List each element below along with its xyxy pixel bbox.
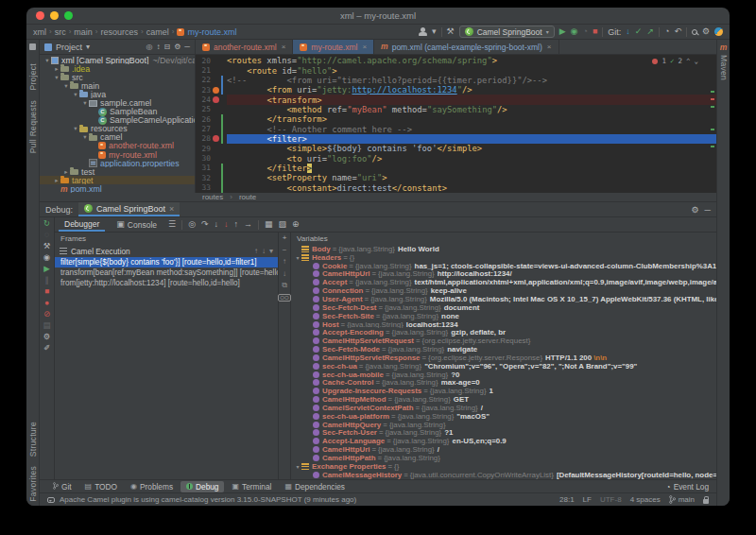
line-ending[interactable]: LF	[583, 495, 592, 504]
debug-settings-gear-icon[interactable]: ⚙	[692, 205, 699, 215]
breakpoint-icon[interactable]	[213, 96, 219, 103]
tree-row[interactable]: ▾sample.camel	[40, 98, 195, 107]
run-configuration-select[interactable]: Camel SpringBoot ▾	[459, 26, 555, 38]
move-watch-up-icon[interactable]: ↑	[283, 257, 286, 266]
tree-arrow-icon[interactable]: ▾	[72, 125, 79, 132]
tree-arrow-icon[interactable]: ▾	[81, 99, 89, 107]
wrench-icon[interactable]: ⚒	[43, 242, 51, 250]
variable-row[interactable]: CamelHttpServletRequest={org.eclipse.jet…	[294, 337, 716, 345]
breadcrumb-item[interactable]: resources	[101, 27, 139, 37]
variable-row[interactable]: Accept={java.lang.String}text/html,appli…	[294, 278, 716, 286]
git-commit-icon[interactable]: ✓	[635, 27, 643, 36]
layout-options-icon[interactable]: ☰	[168, 220, 176, 229]
tree-row[interactable]: ▸target	[40, 176, 195, 184]
thread-selector[interactable]: Camel Execution ↑ ↓ ▾	[55, 245, 278, 257]
editor-tab[interactable]: another-route.xml×	[196, 40, 293, 54]
tree-arrow-icon[interactable]: ▾	[81, 133, 89, 141]
tool-window-button-problems[interactable]: ◉Problems	[125, 481, 179, 492]
tree-row[interactable]: my-route.xml	[40, 150, 195, 159]
thread-dump-icon[interactable]: ▤	[43, 321, 50, 330]
editor-line[interactable]: 31 </filter>	[196, 164, 716, 173]
settings-gear-icon[interactable]: ⚙	[702, 27, 710, 36]
event-log-button[interactable]: ◔Event Log	[666, 482, 709, 492]
editor-line[interactable]: 23 <from uri="jetty:http://localhost:123…	[196, 85, 716, 95]
variable-row[interactable]: Sec-Fetch-Dest={java.lang.String}documen…	[294, 303, 716, 312]
inspection-widget[interactable]: 1 ✓ 2 ⌃ ⌄	[649, 57, 701, 65]
variable-row[interactable]: Host={java.lang.String}localhost:1234	[294, 320, 716, 329]
debugger-settings-icon[interactable]: ⚙	[43, 333, 51, 341]
profiler-button[interactable]: ◔	[582, 27, 587, 36]
view-breakpoints-icon[interactable]: ●	[44, 299, 49, 307]
build-hammer-icon[interactable]: ⚒	[447, 27, 455, 36]
tab-console[interactable]: ▣Console	[111, 217, 163, 232]
editor-line[interactable]: 32 <setProperty name="uri">	[196, 173, 716, 182]
frame-up-icon[interactable]: ↑	[254, 247, 258, 255]
tree-row[interactable]: SampleCamelApplication	[40, 116, 195, 125]
tree-row[interactable]: ▸.idea	[40, 64, 195, 73]
locate-file-icon[interactable]: ◎	[146, 43, 152, 51]
debug-button[interactable]: ◉	[571, 27, 578, 36]
hide-debug-panel-icon[interactable]: ─	[705, 205, 711, 215]
show-execution-point-icon[interactable]: ◎	[188, 220, 196, 229]
tree-row[interactable]: ▾src	[40, 73, 195, 81]
editor-line[interactable]: 25 <method ref="myBean" method="saySomet…	[196, 105, 716, 114]
chevron-down-icon[interactable]: ▾	[86, 43, 90, 51]
tool-button-favorites[interactable]: Favorites	[28, 466, 38, 502]
code-with-me-avatar-icon[interactable]	[714, 27, 723, 36]
duplicate-watch-icon[interactable]: ⧉	[282, 281, 287, 290]
variable-row[interactable]: Accept-Encoding={java.lang.String}gzip, …	[294, 328, 716, 337]
tree-arrow-icon[interactable]: ▸	[53, 65, 60, 73]
code-editor[interactable]: 20<routes xmlns="http://camel.apache.org…	[196, 55, 716, 193]
breadcrumb-route[interactable]: route	[239, 193, 256, 201]
tree-row[interactable]: ▾resources	[40, 125, 195, 133]
evaluate-expression-icon[interactable]: ▨	[279, 220, 287, 229]
variable-row[interactable]: Cache-Control={java.lang.String}max-age=…	[294, 379, 716, 388]
variable-row[interactable]: sec-ch-ua-mobile={java.lang.String}?0	[294, 371, 716, 379]
editor-line[interactable]: 30 <to uri="log:foo"/>	[196, 153, 716, 163]
resume-program-icon[interactable]: ▶	[43, 265, 50, 273]
variable-row[interactable]: ▾Exchange Properties={}	[294, 462, 716, 471]
stop-button[interactable]: ■	[593, 27, 597, 36]
history-icon[interactable]: ◔	[664, 27, 669, 36]
tool-window-button-git[interactable]: Git	[47, 481, 77, 492]
panel-settings-gear-icon[interactable]: ⚙	[174, 43, 180, 51]
breadcrumb-item[interactable]: xml	[33, 27, 46, 37]
variable-row[interactable]: CamelServletContextPath={java.lang.Strin…	[294, 404, 716, 412]
filter-frames-icon[interactable]: ▾	[269, 247, 273, 255]
run-to-cursor-icon[interactable]: →	[244, 220, 252, 229]
tree-arrow-icon[interactable]: ▾	[72, 91, 79, 98]
tree-row[interactable]: ▾main	[40, 81, 195, 90]
stop-icon[interactable]: ■	[44, 287, 49, 296]
step-into-icon[interactable]: ↓	[215, 220, 219, 229]
store-configuration-icon[interactable]: ◌	[44, 231, 49, 239]
breadcrumb-item[interactable]: main	[74, 27, 93, 37]
variable-row[interactable]: CamelHttpQuery={java.lang.String}	[294, 421, 716, 429]
breadcrumb-file[interactable]: my-route.xml	[187, 27, 236, 37]
tool-window-button-terminal[interactable]: ▣Terminal	[226, 481, 277, 492]
breakpoint-icon[interactable]	[213, 135, 219, 142]
breakpoint-gutter[interactable]	[211, 135, 221, 142]
rollback-icon[interactable]: ↶	[674, 27, 681, 36]
variable-row[interactable]: Connection={java.lang.String}keep-alive	[294, 286, 716, 295]
rerun-debug-icon[interactable]: ↻	[43, 219, 50, 228]
stack-frame[interactable]: transform[bean[ref:myBean method:saySome…	[55, 268, 278, 278]
tree-arrow-icon[interactable]: ▾	[62, 82, 70, 90]
user-dropdown-icon[interactable]: ▾	[432, 27, 437, 36]
indent-setting[interactable]: 4 spaces	[630, 495, 661, 504]
expand-arrow-icon[interactable]: ▾	[294, 254, 301, 261]
variable-row[interactable]: Sec-Fetch-Site={java.lang.String}none	[294, 312, 716, 320]
tree-arrow-icon[interactable]: ▸	[53, 177, 60, 184]
editor-line[interactable]: 28 <filter>	[196, 134, 716, 144]
hide-panel-icon[interactable]: ─	[184, 43, 190, 51]
variable-row[interactable]: Upgrade-Insecure-Requests={java.lang.Str…	[294, 387, 716, 395]
debug-session-tab[interactable]: Camel SpringBoot ×	[78, 202, 180, 216]
tree-row[interactable]: mpom.xml	[40, 184, 195, 193]
search-everywhere-icon[interactable]	[692, 29, 697, 35]
tool-button-maven[interactable]: Maven	[719, 55, 729, 80]
close-tab-icon[interactable]: ×	[362, 43, 367, 51]
variable-row[interactable]: CamelHttpMethod={java.lang.String}GET	[294, 395, 716, 404]
git-update-icon[interactable]: ↓	[626, 27, 630, 36]
tree-row[interactable]: ▾camel	[40, 133, 195, 142]
stack-frame[interactable]: from[jetty:http://localhost:1234] [route…	[55, 278, 278, 288]
next-issue-icon[interactable]: ⌄	[694, 57, 698, 65]
